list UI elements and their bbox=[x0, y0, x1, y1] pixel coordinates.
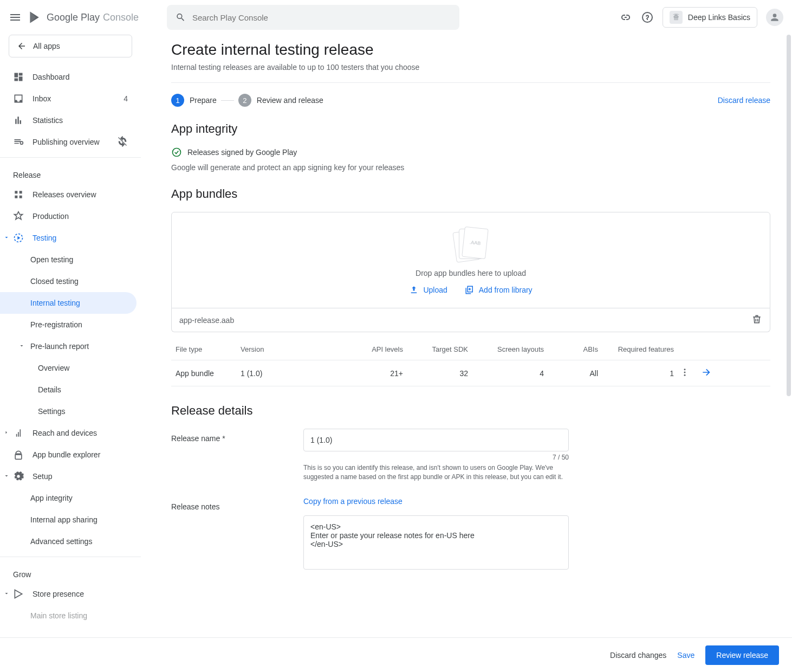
search-input[interactable] bbox=[192, 13, 451, 22]
inbox-count: 4 bbox=[124, 94, 128, 103]
nav-store-presence[interactable]: Store presence bbox=[0, 583, 141, 605]
chevron-down-icon bbox=[18, 342, 25, 351]
menu-icon[interactable] bbox=[9, 11, 22, 24]
copy-previous-link[interactable]: Copy from a previous release bbox=[303, 497, 569, 506]
nav-pl-details[interactable]: Details bbox=[0, 379, 141, 400]
arrow-right-icon bbox=[701, 367, 712, 378]
table-row: App bundle 1 (1.0) 21+ 32 4 All 1 bbox=[171, 360, 770, 386]
help-icon[interactable] bbox=[641, 11, 654, 24]
sync-off-icon bbox=[117, 136, 128, 148]
android-icon bbox=[670, 11, 683, 24]
nav-app-integrity[interactable]: App integrity bbox=[0, 487, 141, 509]
row-open-button[interactable] bbox=[696, 367, 717, 379]
nav-bundle-explorer[interactable]: App bundle explorer bbox=[0, 444, 141, 466]
nav-dashboard[interactable]: Dashboard bbox=[0, 66, 141, 88]
nav-internal-sharing[interactable]: Internal app sharing bbox=[0, 509, 141, 531]
discard-changes-button[interactable]: Discard changes bbox=[610, 651, 666, 660]
more-vert-icon bbox=[680, 367, 690, 377]
nav-testing[interactable]: Testing bbox=[0, 227, 141, 249]
uploaded-file-bar: app-release.aab bbox=[171, 308, 770, 332]
review-release-button[interactable]: Review release bbox=[705, 645, 779, 665]
step-prepare[interactable]: 1 Prepare bbox=[171, 94, 217, 107]
devices-icon bbox=[13, 428, 24, 438]
release-name-helper: This is so you can identify this release… bbox=[303, 463, 569, 482]
chevron-down-icon bbox=[3, 590, 10, 598]
step-connector bbox=[221, 100, 234, 101]
inbox-icon bbox=[13, 93, 24, 104]
production-icon bbox=[13, 211, 24, 222]
trash-icon bbox=[751, 314, 762, 325]
integrity-status: Releases signed by Google Play bbox=[187, 148, 297, 157]
add-from-library-button[interactable]: Add from library bbox=[465, 285, 533, 295]
user-avatar[interactable] bbox=[766, 9, 783, 26]
dropzone[interactable]: .AAB Drop app bundles here to upload Upl… bbox=[171, 212, 770, 308]
nav-reach[interactable]: Reach and devices bbox=[0, 422, 141, 444]
step-1-number: 1 bbox=[171, 94, 184, 107]
save-button[interactable]: Save bbox=[677, 651, 694, 660]
nav-publishing[interactable]: Publishing overview bbox=[0, 131, 141, 153]
stats-icon bbox=[13, 115, 24, 126]
search-box[interactable] bbox=[167, 5, 459, 30]
nav-internal-testing[interactable]: Internal testing bbox=[0, 292, 137, 314]
th-api: API levels bbox=[338, 345, 403, 353]
all-apps-button[interactable]: All apps bbox=[9, 35, 132, 57]
play-console-logo[interactable]: Google Play Console bbox=[28, 10, 139, 25]
delete-file-button[interactable] bbox=[751, 314, 762, 326]
upload-button[interactable]: Upload bbox=[409, 285, 447, 295]
nav-inbox[interactable]: Inbox 4 bbox=[0, 88, 141, 109]
app-chip[interactable]: Deep Links Basics bbox=[663, 7, 757, 28]
nav-statistics[interactable]: Statistics bbox=[0, 109, 141, 131]
footer: Discard changes Save Review release bbox=[0, 637, 792, 672]
row-more-button[interactable] bbox=[674, 367, 696, 379]
nav-pl-settings[interactable]: Settings bbox=[0, 400, 141, 422]
nav-production[interactable]: Production bbox=[0, 205, 141, 227]
step-review[interactable]: 2 Review and release bbox=[238, 94, 323, 107]
th-sdk: Target SDK bbox=[403, 345, 468, 353]
gear-icon bbox=[13, 471, 24, 482]
discard-release-link[interactable]: Discard release bbox=[718, 96, 770, 105]
release-name-label: Release name * bbox=[171, 429, 303, 443]
nav-setup[interactable]: Setup bbox=[0, 466, 141, 487]
nav-pre-registration[interactable]: Pre-registration bbox=[0, 314, 141, 335]
svg-point-4 bbox=[684, 372, 686, 373]
release-name-input[interactable] bbox=[303, 429, 569, 451]
nav-closed-testing[interactable]: Closed testing bbox=[0, 270, 141, 292]
nav-pl-overview[interactable]: Overview bbox=[0, 357, 141, 379]
topbar: Google Play Console Deep Links Basics bbox=[0, 0, 792, 35]
play-icon bbox=[13, 589, 24, 599]
drop-text: Drop app bundles here to upload bbox=[172, 269, 770, 277]
chevron-down-icon bbox=[3, 234, 10, 242]
svg-point-0 bbox=[20, 141, 23, 144]
th-file-type: File type bbox=[176, 345, 241, 353]
release-details-heading: Release details bbox=[171, 404, 770, 418]
section-grow: Grow bbox=[0, 561, 141, 583]
nav-open-testing[interactable]: Open testing bbox=[0, 249, 141, 270]
main-content: Create internal testing release Internal… bbox=[141, 35, 792, 672]
library-icon bbox=[465, 285, 475, 295]
search-icon bbox=[176, 12, 186, 23]
release-notes-textarea[interactable] bbox=[303, 515, 569, 570]
sidebar: All apps Dashboard Inbox 4 Statistics Pu… bbox=[0, 35, 141, 672]
nav-releases-overview[interactable]: Releases overview bbox=[0, 184, 141, 205]
app-bundles-heading: App bundles bbox=[171, 187, 770, 201]
svg-point-3 bbox=[684, 369, 686, 370]
arrow-left-icon bbox=[17, 41, 27, 51]
nav-prelaunch[interactable]: Pre-launch report bbox=[0, 335, 141, 357]
logo-text-b: Console bbox=[103, 12, 139, 23]
section-release: Release bbox=[0, 162, 141, 184]
svg-point-2 bbox=[173, 148, 181, 157]
nav-advanced[interactable]: Advanced settings bbox=[0, 531, 141, 552]
chevron-right-icon bbox=[3, 429, 10, 437]
link-icon[interactable] bbox=[619, 11, 632, 24]
publishing-icon bbox=[13, 137, 24, 147]
dashboard-icon bbox=[13, 72, 24, 82]
chevron-down-icon bbox=[3, 472, 10, 481]
scrollbar[interactable] bbox=[785, 35, 792, 637]
bundle-table: File type Version API levels Target SDK … bbox=[171, 339, 770, 386]
release-notes-label: Release notes bbox=[171, 497, 303, 511]
svg-point-5 bbox=[684, 374, 686, 376]
nav-main-listing[interactable]: Main store listing bbox=[0, 605, 141, 626]
th-screen: Screen layouts bbox=[468, 345, 544, 353]
th-abi: ABIs bbox=[544, 345, 598, 353]
aab-file-icon: .AAB bbox=[453, 228, 488, 262]
